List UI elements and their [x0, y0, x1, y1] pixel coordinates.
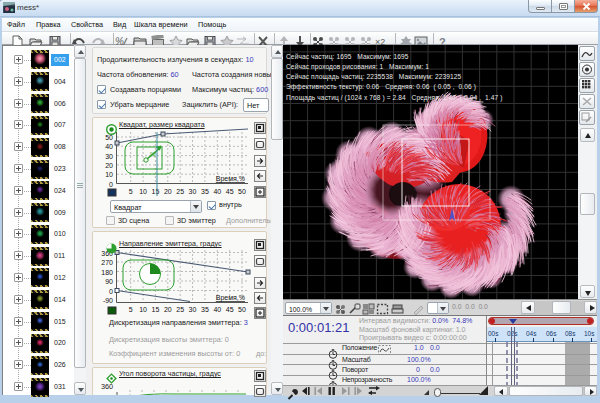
svg-text:20: 20 — [164, 306, 172, 313]
svg-text:40: 40 — [213, 188, 221, 195]
svg-text:40: 40 — [213, 306, 221, 313]
svg-text:15: 15 — [152, 188, 160, 195]
svg-text:%: % — [150, 151, 156, 158]
svg-text:20: 20 — [164, 188, 172, 195]
svg-text:45: 45 — [226, 306, 234, 313]
svg-text:40: 40 — [105, 143, 113, 150]
svg-text:25: 25 — [176, 188, 184, 195]
svg-text:10: 10 — [139, 188, 147, 195]
svg-text:35: 35 — [201, 188, 209, 195]
svg-text:270: 270 — [101, 259, 113, 266]
svg-text:90: 90 — [105, 278, 113, 285]
svg-text:25: 25 — [176, 306, 184, 313]
svg-text:10: 10 — [139, 306, 147, 313]
svg-text:5: 5 — [129, 188, 133, 195]
svg-text:30: 30 — [105, 153, 113, 160]
svg-text:15: 15 — [152, 306, 160, 313]
svg-text:30: 30 — [189, 188, 197, 195]
svg-text:180: 180 — [101, 269, 113, 276]
svg-text:50: 50 — [238, 306, 246, 313]
svg-text:50: 50 — [105, 134, 113, 141]
svg-text:10: 10 — [105, 171, 113, 178]
svg-text:20: 20 — [105, 162, 113, 169]
svg-text:30: 30 — [189, 306, 197, 313]
svg-text:-90: -90 — [103, 297, 113, 304]
svg-text:Время,%: Время,% — [216, 175, 245, 183]
svg-text:Время,%: Время,% — [216, 294, 245, 302]
svg-text:50: 50 — [238, 188, 246, 195]
svg-text:0: 0 — [109, 288, 113, 295]
svg-text:35: 35 — [201, 306, 209, 313]
svg-text:45: 45 — [226, 188, 234, 195]
svg-text:0: 0 — [109, 181, 113, 188]
svg-text:5: 5 — [129, 306, 133, 313]
